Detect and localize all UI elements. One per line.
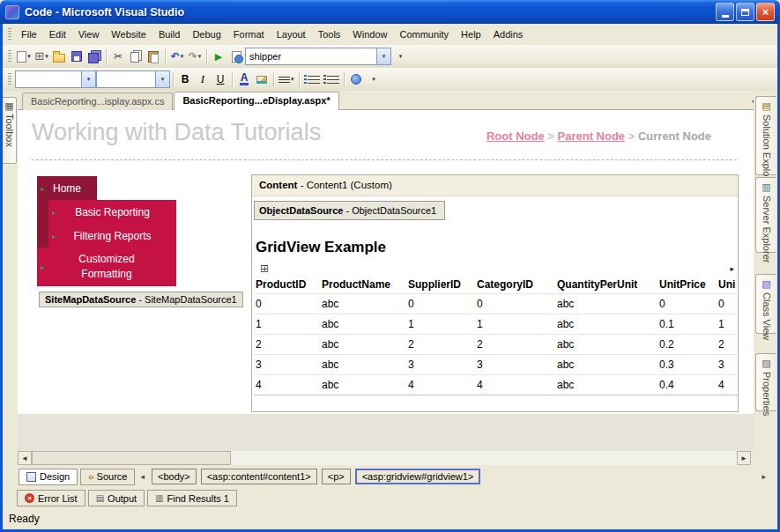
menu-item-addins[interactable]: Addins xyxy=(487,25,530,44)
status-text: Ready xyxy=(9,513,40,525)
gridview-expand-glyph[interactable]: ⊞ xyxy=(260,263,269,274)
font-color-button[interactable]: A xyxy=(235,70,253,89)
menu-item-layout[interactable]: Layout xyxy=(271,25,312,44)
toolbar-grip[interactable] xyxy=(8,73,11,86)
scrollbar-thumb[interactable] xyxy=(32,451,231,465)
cut-button[interactable]: ✂ xyxy=(109,47,127,66)
tag-body[interactable]: <body> xyxy=(152,469,197,484)
output-tab[interactable]: ▤Output xyxy=(88,490,145,506)
menu-item-view[interactable]: View xyxy=(72,25,106,44)
menu-item-website[interactable]: Website xyxy=(105,25,152,44)
grid-header-cell: UnitPrice xyxy=(657,276,717,294)
tab-basicreporting-codefile[interactable]: BasicReporting...isplay.aspx.cs xyxy=(22,92,173,110)
close-button[interactable]: × xyxy=(756,3,775,21)
start-debug-button[interactable]: ▶ xyxy=(210,47,227,66)
sitemapdatasource-control[interactable]: SiteMapDataSource - SiteMapDataSource1 xyxy=(39,292,243,307)
scrollbar-track[interactable] xyxy=(231,451,737,465)
toolbox-tab[interactable]: ▦ Toolbox xyxy=(3,97,17,164)
objectdatasource-control[interactable]: ObjectDataSource - ObjectDataSource1 xyxy=(254,201,445,220)
highlight-button[interactable] xyxy=(253,70,271,89)
tag-navigator-left-button[interactable]: ◂ xyxy=(137,472,147,481)
unordered-list-button[interactable] xyxy=(322,70,341,89)
font-dropdown-button[interactable]: ▾ xyxy=(155,71,169,87)
bold-button[interactable]: B xyxy=(176,70,194,89)
content-placeholder-panel[interactable]: Content - Content1 (Custom) ObjectDataSo… xyxy=(251,174,739,412)
nav-item-home[interactable]: ► Home xyxy=(37,176,97,200)
menu-item-format[interactable]: Format xyxy=(227,25,271,44)
source-view-button[interactable]: ‹›Source xyxy=(80,469,135,485)
bullet-list-icon xyxy=(327,76,339,84)
find-results-tab[interactable]: ▥Find Results 1 xyxy=(147,490,237,506)
error-list-label: Error List xyxy=(38,493,78,504)
save-all-button[interactable] xyxy=(85,47,103,66)
maximize-button[interactable] xyxy=(736,3,754,21)
tag-asp-content[interactable]: <asp:content#content1> xyxy=(201,469,317,484)
add-new-item-button[interactable]: ⊞▾ xyxy=(33,47,50,66)
breadcrumb-root-link[interactable]: Root Node xyxy=(487,129,545,143)
undo-button[interactable]: ↶▾ xyxy=(168,47,186,66)
menu-item-help[interactable]: Help xyxy=(455,25,487,44)
redo-button[interactable]: ↷▾ xyxy=(186,47,204,66)
undo-icon: ↶ xyxy=(171,51,180,62)
menu-item-edit[interactable]: Edit xyxy=(43,25,72,44)
menu-item-tools[interactable]: Tools xyxy=(312,25,347,44)
menu-item-community[interactable]: Community xyxy=(393,25,455,44)
menu-item-window[interactable]: Window xyxy=(346,25,393,44)
horizontal-scrollbar[interactable]: ◄ ► xyxy=(18,451,751,465)
grid-cell: 2 xyxy=(406,335,475,355)
save-button[interactable] xyxy=(68,47,85,66)
alignment-button[interactable]: ▾ xyxy=(277,70,296,89)
properties-icon: ▨ xyxy=(761,358,770,368)
nav-item-filtering-reports[interactable]: ► Filtering Reports xyxy=(37,224,176,248)
font-combobox[interactable]: ▾ xyxy=(96,70,170,88)
nav-item-customized-formatting[interactable]: ► Customized Formatting xyxy=(37,248,176,286)
find-dropdown-button[interactable]: ▾ xyxy=(376,48,390,64)
ordered-list-button[interactable] xyxy=(302,70,322,89)
gridview-control[interactable]: ProductID ProductName SupplierID Categor… xyxy=(254,276,739,395)
tab-basicreporting-markup[interactable]: BasicReporting...eDisplay.aspx* xyxy=(174,92,338,110)
server-explorer-tab[interactable]: ▥ Server Explorer xyxy=(755,177,776,253)
view-in-browser-button[interactable] xyxy=(227,47,245,66)
style-dropdown-button[interactable]: ▾ xyxy=(81,71,95,87)
minimize-button[interactable] xyxy=(716,3,734,21)
copy-icon xyxy=(130,50,142,63)
scroll-left-button[interactable]: ◄ xyxy=(18,451,32,465)
underline-button[interactable]: U xyxy=(212,70,229,89)
copy-button[interactable] xyxy=(127,47,145,66)
class-view-tab[interactable]: ▧ Class View xyxy=(755,274,776,334)
solution-explorer-icon: ▤ xyxy=(761,100,770,111)
open-file-button[interactable] xyxy=(50,47,68,66)
toolbar-options-button[interactable]: ▾ xyxy=(365,70,383,89)
menu-item-debug[interactable]: Debug xyxy=(186,25,227,44)
toolbar-grip[interactable] xyxy=(8,50,11,63)
paste-button[interactable] xyxy=(145,47,162,66)
new-website-button[interactable]: ▾ xyxy=(15,47,33,66)
breadcrumb-parent-link[interactable]: Parent Node xyxy=(558,129,626,143)
design-view-button[interactable]: Design xyxy=(19,469,78,485)
toolbar-separator xyxy=(232,72,233,87)
hyperlink-button[interactable] xyxy=(347,70,365,89)
properties-tab[interactable]: ▨ Properties xyxy=(755,353,776,411)
menu-item-file[interactable]: File xyxy=(15,25,43,44)
menubar-grip[interactable] xyxy=(8,28,11,41)
find-input[interactable] xyxy=(246,49,376,63)
error-list-tab[interactable]: ×Error List xyxy=(17,490,85,506)
font-color-icon: A xyxy=(240,73,249,85)
dropdown-caret-icon: ▾ xyxy=(198,53,202,60)
grid-cell: 2 xyxy=(254,335,320,355)
grid-cell: 0.1 xyxy=(657,314,717,335)
design-canvas[interactable]: Working with Data Tutorials Root Node > … xyxy=(18,110,754,451)
menu-item-build[interactable]: Build xyxy=(152,25,186,44)
scroll-right-button[interactable]: ► xyxy=(737,451,751,465)
tag-p[interactable]: <p> xyxy=(322,469,351,484)
nav-item-basic-reporting[interactable]: ► Basic Reporting xyxy=(37,200,176,224)
tag-navigator-right-button[interactable]: ▸ xyxy=(759,472,769,481)
gridview-smart-tag-button[interactable]: ▸ xyxy=(730,264,734,273)
tag-asp-gridview[interactable]: <asp:gridview#gridview1> xyxy=(355,469,481,484)
italic-button[interactable]: I xyxy=(194,70,212,89)
style-combobox[interactable]: ▾ xyxy=(15,70,96,88)
grid-cell: 4 xyxy=(406,375,475,395)
grid-cell: 4 xyxy=(254,375,320,395)
solution-explorer-tab[interactable]: ▤ Solution Explorer xyxy=(755,96,776,175)
toolbar-options-button[interactable]: ▾ xyxy=(391,47,409,66)
